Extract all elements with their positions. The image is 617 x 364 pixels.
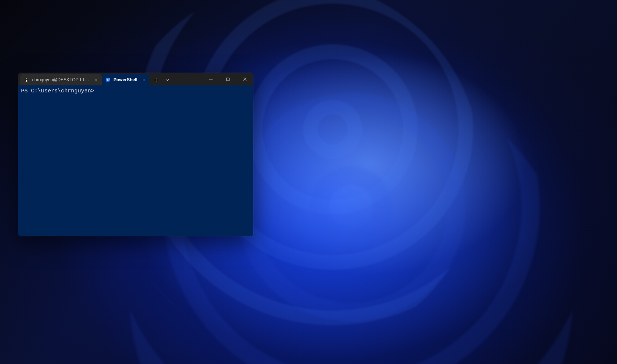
tab-powershell[interactable]: PowerShell bbox=[102, 74, 149, 85]
prompt-text: PS C:\Users\chrnguyen> bbox=[21, 88, 94, 94]
titlebar[interactable]: chrnguyen@DESKTOP-LT7NSCG: ~ bbox=[18, 73, 253, 85]
tab-label: chrnguyen@DESKTOP-LT7NSCG: ~ bbox=[32, 77, 90, 82]
tab-dropdown-button[interactable] bbox=[162, 74, 173, 85]
svg-point-7 bbox=[25, 82, 26, 82]
desktop-wallpaper: chrnguyen@DESKTOP-LT7NSCG: ~ bbox=[0, 0, 617, 364]
svg-point-6 bbox=[27, 79, 27, 79]
windows-terminal-window: chrnguyen@DESKTOP-LT7NSCG: ~ bbox=[18, 73, 253, 236]
minimize-button[interactable] bbox=[202, 73, 219, 85]
tux-icon bbox=[24, 77, 29, 82]
tab-close-button[interactable] bbox=[93, 76, 99, 83]
svg-point-8 bbox=[27, 82, 28, 82]
tab-wsl[interactable]: chrnguyen@DESKTOP-LT7NSCG: ~ bbox=[20, 74, 102, 85]
maximize-button[interactable] bbox=[219, 73, 236, 85]
close-window-button[interactable] bbox=[236, 73, 253, 85]
powershell-icon bbox=[105, 77, 111, 82]
tab-strip: chrnguyen@DESKTOP-LT7NSCG: ~ bbox=[18, 73, 149, 85]
svg-point-5 bbox=[26, 79, 27, 79]
titlebar-drag-region[interactable] bbox=[173, 73, 202, 85]
svg-rect-9 bbox=[226, 78, 229, 80]
svg-point-2 bbox=[26, 80, 27, 82]
tab-label: PowerShell bbox=[113, 77, 138, 82]
terminal-content[interactable]: PS C:\Users\chrnguyen> bbox=[18, 85, 253, 236]
tab-actions bbox=[149, 73, 173, 85]
window-controls bbox=[202, 73, 253, 85]
tab-close-button[interactable] bbox=[140, 76, 147, 83]
new-tab-button[interactable] bbox=[151, 74, 162, 85]
svg-point-0 bbox=[26, 78, 28, 80]
